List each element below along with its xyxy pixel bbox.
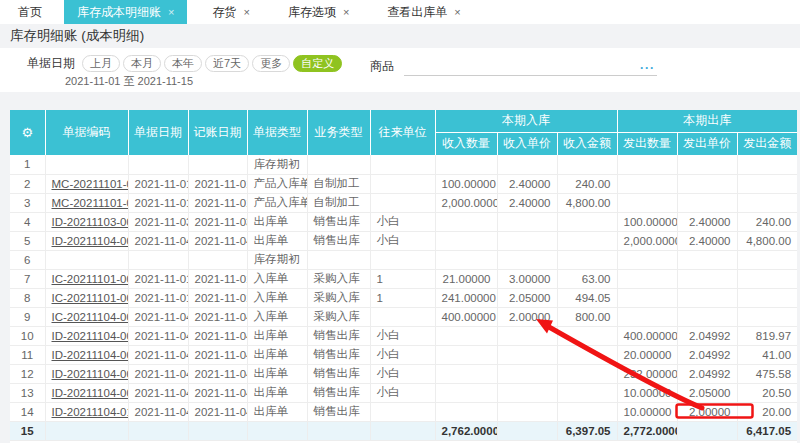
cell-out-price: 2.04992 — [677, 345, 737, 364]
tab-bar: 首页 库存成本明细账 × 存货 × 库存选项 × 查看出库单 × — [0, 0, 800, 24]
date-range-value[interactable]: 2021-11-01 至 2021-11-15 — [65, 74, 345, 89]
doc-code-link[interactable]: ID-20211104-004 — [52, 330, 129, 342]
cell-out-price — [677, 288, 737, 307]
table-row: 11ID-20211104-0052021-11-042021-11-04出库单… — [10, 345, 797, 364]
cell-out-qty: 2,772.00000 — [617, 421, 677, 440]
cell-doc-code: ID-20211104-001 — [45, 231, 128, 250]
cell-biz-type: 销售出库 — [307, 402, 370, 421]
cell-doc-type: 出库单 — [247, 383, 307, 402]
ellipsis-picker-icon[interactable]: ··· — [640, 62, 655, 74]
doc-code-link[interactable]: ID-20211104-011 — [52, 406, 129, 418]
close-icon[interactable]: × — [343, 7, 349, 18]
cell-doc-date: 2021-11-04 — [128, 364, 188, 383]
cell-in-price: 2.40000 — [497, 174, 557, 193]
product-input[interactable] — [404, 57, 657, 75]
cell-out-price: 2.00000 — [677, 402, 737, 421]
table-row: 3MC-20211101-0022021-11-012021-11-01产品入库… — [10, 193, 797, 212]
cell-doc-type: 出库单 — [247, 364, 307, 383]
close-icon[interactable]: × — [243, 7, 249, 18]
doc-code-link[interactable]: ID-20211104-006 — [52, 368, 129, 380]
cell-in-price: 2.05000 — [497, 288, 557, 307]
cell-out-amount — [737, 174, 797, 193]
cell-partner: 小白 — [370, 383, 435, 402]
doc-code-link[interactable]: MC-20211101-002 — [52, 197, 129, 209]
cell-biz-type — [307, 421, 370, 440]
range-more-button[interactable]: 更多 — [252, 55, 290, 72]
cell-doc-type: 出库单 — [247, 402, 307, 421]
close-icon[interactable]: × — [168, 7, 174, 18]
tab-home[interactable]: 首页 — [8, 0, 52, 24]
cell-doc-code — [45, 421, 128, 440]
close-icon[interactable]: × — [454, 7, 460, 18]
doc-code-link[interactable]: IC-20211101-001 — [52, 273, 129, 285]
doc-code-link[interactable]: ID-20211104-009 — [52, 387, 129, 399]
column-settings-button[interactable]: ⚙ — [10, 110, 45, 155]
doc-code-link[interactable]: ID-20211104-001 — [52, 235, 129, 247]
cell-doc-type: 产品入库单 — [247, 174, 307, 193]
cell-doc-code: IC-20211104-001 — [45, 307, 128, 326]
doc-code-link[interactable]: ID-20211103-005 — [52, 216, 129, 228]
table-row: 12ID-20211104-0062021-11-042021-11-04出库单… — [10, 364, 797, 383]
cell-row-number: 14 — [10, 402, 45, 421]
doc-code-link[interactable]: IC-20211101-002 — [52, 292, 129, 304]
cell-in-qty — [435, 212, 497, 231]
cell-doc-code: ID-20211104-005 — [45, 345, 128, 364]
cell-in-price — [497, 345, 557, 364]
cell-doc-code: ID-20211104-004 — [45, 326, 128, 345]
tab-stock[interactable]: 存货 × — [199, 0, 262, 24]
cell-row-number: 13 — [10, 383, 45, 402]
cell-out-amount: 41.00 — [737, 345, 797, 364]
cell-biz-type — [307, 250, 370, 269]
cell-row-number: 4 — [10, 212, 45, 231]
doc-code-link[interactable]: MC-20211101-001 — [52, 178, 129, 190]
cell-out-amount: 819.97 — [737, 326, 797, 345]
cell-doc-date — [128, 155, 188, 174]
cell-in-amount — [557, 155, 617, 174]
cell-out-qty — [617, 155, 677, 174]
cell-biz-type: 销售出库 — [307, 326, 370, 345]
cell-out-qty: 232.00000 — [617, 364, 677, 383]
doc-code-link[interactable]: IC-20211104-001 — [52, 311, 129, 323]
range-last-7-days-button[interactable]: 近7天 — [205, 55, 249, 72]
cell-row-number: 9 — [10, 307, 45, 326]
cell-doc-code: MC-20211101-002 — [45, 193, 128, 212]
cell-partner — [370, 193, 435, 212]
cell-doc-type: 库存期初 — [247, 250, 307, 269]
range-custom-button[interactable]: 自定义 — [293, 55, 342, 72]
cell-doc-date: 2021-11-03 — [128, 212, 188, 231]
cell-row-number: 7 — [10, 269, 45, 288]
cell-out-qty — [617, 307, 677, 326]
cell-doc-date: 2021-11-04 — [128, 383, 188, 402]
page-title: 库存明细账 (成本明细) — [10, 27, 144, 45]
tab-inventory-options[interactable]: 库存选项 × — [275, 0, 362, 24]
ledger-table-card: ⚙ 单据编码 单据日期 记账日期 单据类型 业务类型 往来单位 本期入库 本期出… — [10, 110, 797, 443]
cell-doc-code: MC-20211101-001 — [45, 174, 128, 193]
cell-row-number: 12 — [10, 364, 45, 383]
cell-out-price — [677, 269, 737, 288]
cell-in-amount — [557, 364, 617, 383]
tab-view-outbound-order[interactable]: 查看出库单 × — [374, 0, 473, 24]
tab-inventory-cost-ledger[interactable]: 库存成本明细账 × — [64, 0, 187, 24]
cell-row-number: 10 — [10, 326, 45, 345]
cell-doc-type: 库存期初 — [247, 155, 307, 174]
cell-out-amount: 4,800.00 — [737, 231, 797, 250]
range-last-month-button[interactable]: 上月 — [82, 55, 120, 72]
cell-partner: 小白 — [370, 326, 435, 345]
cell-row-number: 2 — [10, 174, 45, 193]
range-this-month-button[interactable]: 本月 — [123, 55, 161, 72]
doc-code-link[interactable]: ID-20211104-005 — [52, 349, 129, 361]
cell-doc-date: 2021-11-01 — [128, 269, 188, 288]
cell-in-price — [497, 212, 557, 231]
gear-icon[interactable]: ⚙ — [21, 125, 33, 140]
cell-row-number: 8 — [10, 288, 45, 307]
cell-in-qty: 21.00000 — [435, 269, 497, 288]
cell-row-number: 1 — [10, 155, 45, 174]
cell-posting-date: 2021-11-01 — [188, 174, 247, 193]
cell-biz-type: 销售出库 — [307, 364, 370, 383]
cell-out-qty — [617, 288, 677, 307]
range-this-year-button[interactable]: 本年 — [164, 55, 202, 72]
table-row: 14ID-20211104-0112021-11-042021-11-04出库单… — [10, 402, 797, 421]
cell-row-number: 11 — [10, 345, 45, 364]
cell-in-amount — [557, 345, 617, 364]
cell-posting-date — [188, 250, 247, 269]
